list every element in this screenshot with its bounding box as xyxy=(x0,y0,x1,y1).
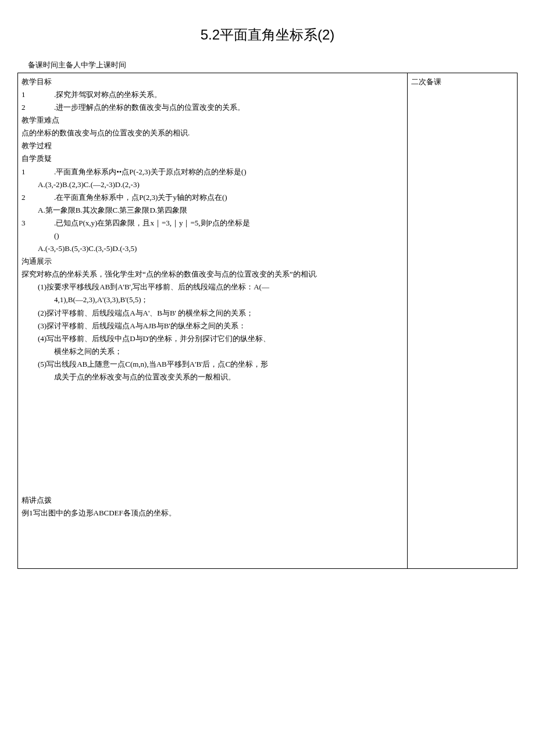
step-item-wrap: 横坐标之间的关系； xyxy=(22,345,404,358)
q-paren: () xyxy=(22,230,404,242)
side-cell: 二次备课 xyxy=(408,73,518,568)
goal-text: .探究并驾驭对称点的坐标关系。 xyxy=(54,88,404,101)
q-num: 2 xyxy=(22,191,54,204)
q-options: A.(3,-2)B.(2,3)C.(—2,-3)D.(2,-3) xyxy=(22,178,404,191)
page-title: 5.2平面直角坐标系(2) xyxy=(17,23,518,47)
sec-goal-heading: 教学目标 xyxy=(22,76,404,88)
comm-intro: 探究对称点的坐标关系，强化学生对“点的坐标的数值改变与点的位置改变的关系”的相识… xyxy=(22,268,404,281)
question-list: 1 .平面直角坐标系内••点P(-2,3)关于原点对称的点的坐标是() xyxy=(22,166,404,178)
meta-line: 备课时间主备人中学上课时间 xyxy=(17,59,518,71)
q-text: .平面直角坐标系内••点P(-2,3)关于原点对称的点的坐标是() xyxy=(54,166,404,178)
goal-num: 1 xyxy=(22,88,54,101)
q-text: .已知点P(x,y)在第四象限，且x｜=3,｜y｜=5,则P点的坐标是 xyxy=(54,217,404,230)
step-item-wrap: 成关于点的坐标改变与点的位置改变关系的一般相识。 xyxy=(22,371,404,384)
main-content-cell: 教学目标 1 .探究并驾驭对称点的坐标关系。 2 .进一步理解点的坐标的数值改变… xyxy=(18,73,408,568)
step-item: (5)写出线段AB上随意一点C(m,n),当AB平移到A'B'后，点C的坐标，形 xyxy=(22,358,404,371)
question-item: 2 .在平面直角坐标系中，点P(2,3)关于y轴的对称点在() xyxy=(22,191,404,204)
question-item: 3 .已知点P(x,y)在第四象限，且x｜=3,｜y｜=5,则P点的坐标是 xyxy=(22,217,404,230)
q-num: 1 xyxy=(22,166,54,178)
sec-diff-heading: 教学重难点 xyxy=(22,114,404,127)
step-item: (3)探讨平移前、后线段端点A与AJB与B'的纵坐标之间的关系： xyxy=(22,320,404,332)
diff-text: 点的坐标的数值改变与点的位置改变的关系的相识. xyxy=(22,127,404,139)
step-list: (1)按要求平移线段AB到A'B',写出平移前、后的线段端点的坐标：A(— 4,… xyxy=(22,281,404,384)
step-item-wrap: 4,1),B(—2,3),A'(3,3),B'(5,5)； xyxy=(22,293,404,306)
goals-list: 1 .探究并驾驭对称点的坐标关系。 2 .进一步理解点的坐标的数值改变与点的位置… xyxy=(22,88,404,114)
q-options: A.(-3,-5)B.(5,-3)C.(3,-5)D.(-3,5) xyxy=(22,242,404,255)
goal-item: 1 .探究并驾驭对称点的坐标关系。 xyxy=(22,88,404,101)
q-options: A.第一象限B.其次象限C.第三象限D.第四象限 xyxy=(22,204,404,217)
lesson-table: 教学目标 1 .探究并驾驭对称点的坐标关系。 2 .进一步理解点的坐标的数值改变… xyxy=(17,73,518,569)
example-text: 例1写出图中的多边形ABCDEF各顶点的坐标。 xyxy=(22,507,404,519)
goal-num: 2 xyxy=(22,101,54,114)
q-num: 3 xyxy=(22,217,54,230)
question-list: 2 .在平面直角坐标系中，点P(2,3)关于y轴的对称点在() xyxy=(22,191,404,204)
blank-space xyxy=(22,519,404,566)
sec-process-heading: 教学过程 xyxy=(22,139,404,152)
question-item: 1 .平面直角坐标系内••点P(-2,3)关于原点对称的点的坐标是() xyxy=(22,166,404,178)
step-item: (1)按要求平移线段AB到A'B',写出平移前、后的线段端点的坐标：A(— xyxy=(22,281,404,293)
sec-explain-heading: 精讲点拨 xyxy=(22,494,404,507)
q-text: .在平面直角坐标系中，点P(2,3)关于y轴的对称点在() xyxy=(54,191,404,204)
goal-item: 2 .进一步理解点的坐标的数值改变与点的位置改变的关系。 xyxy=(22,101,404,114)
sec-comm-heading: 沟通展示 xyxy=(22,255,404,268)
blank-space xyxy=(22,384,404,494)
question-list: 3 .已知点P(x,y)在第四象限，且x｜=3,｜y｜=5,则P点的坐标是 xyxy=(22,217,404,230)
goal-text: .进一步理解点的坐标的数值改变与点的位置改变的关系。 xyxy=(54,101,404,114)
side-header: 二次备课 xyxy=(411,77,441,86)
step-item: (2)探讨平移前、后线段端点A与A'、B与B' 的横坐标之间的关系； xyxy=(22,307,404,320)
sec-selfq-heading: 自学质疑 xyxy=(22,152,404,165)
step-item: (4)写出平移前、后线段中点D与D'的坐标，并分别探讨它们的纵坐标、 xyxy=(22,332,404,345)
